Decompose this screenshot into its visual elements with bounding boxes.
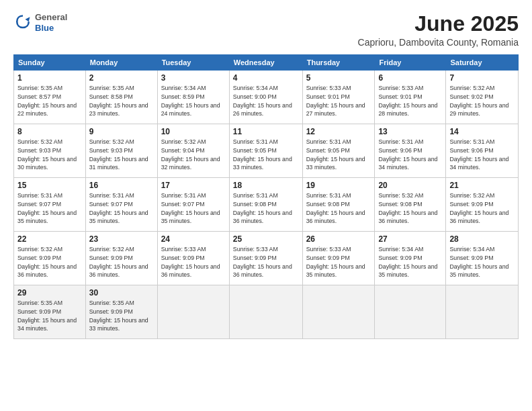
- table-row: 17Sunrise: 5:31 AMSunset: 9:07 PMDayligh…: [157, 178, 229, 232]
- day-number: 2: [89, 73, 154, 83]
- table-row: [446, 285, 519, 339]
- day-number: 12: [306, 127, 371, 136]
- day-detail: Sunrise: 5:35 AMSunset: 9:09 PMDaylight:…: [17, 300, 77, 332]
- day-number: 18: [233, 181, 299, 190]
- table-row: 2Sunrise: 5:35 AMSunset: 8:58 PMDaylight…: [85, 71, 157, 124]
- table-row: 26Sunrise: 5:33 AMSunset: 9:09 PMDayligh…: [302, 232, 375, 285]
- day-number: 11: [233, 127, 299, 136]
- day-detail: Sunrise: 5:32 AMSunset: 9:02 PMDaylight:…: [449, 85, 508, 117]
- table-row: 22Sunrise: 5:32 AMSunset: 9:09 PMDayligh…: [14, 232, 86, 285]
- table-row: 8Sunrise: 5:32 AMSunset: 9:03 PMDaylight…: [14, 124, 86, 178]
- day-detail: Sunrise: 5:34 AMSunset: 9:09 PMDaylight:…: [449, 246, 508, 278]
- day-detail: Sunrise: 5:33 AMSunset: 9:01 PMDaylight:…: [306, 85, 365, 117]
- day-detail: Sunrise: 5:31 AMSunset: 9:05 PMDaylight:…: [233, 138, 292, 171]
- day-number: 20: [378, 181, 442, 190]
- day-number: 4: [233, 73, 299, 83]
- table-row: 19Sunrise: 5:31 AMSunset: 9:08 PMDayligh…: [302, 178, 375, 232]
- day-detail: Sunrise: 5:34 AMSunset: 8:59 PMDaylight:…: [161, 85, 220, 117]
- table-row: 14Sunrise: 5:31 AMSunset: 9:06 PMDayligh…: [446, 124, 519, 178]
- header: General Blue June 2025 Caprioru, Dambovi…: [13, 12, 519, 48]
- day-detail: Sunrise: 5:33 AMSunset: 9:09 PMDaylight:…: [306, 246, 365, 278]
- day-detail: Sunrise: 5:31 AMSunset: 9:06 PMDaylight:…: [378, 138, 437, 171]
- table-row: [157, 285, 229, 339]
- table-row: 29Sunrise: 5:35 AMSunset: 9:09 PMDayligh…: [14, 285, 86, 339]
- table-row: 6Sunrise: 5:33 AMSunset: 9:01 PMDaylight…: [375, 71, 446, 124]
- table-row: 1Sunrise: 5:35 AMSunset: 8:57 PMDaylight…: [14, 71, 86, 124]
- day-detail: Sunrise: 5:33 AMSunset: 9:01 PMDaylight:…: [378, 85, 437, 117]
- table-row: 9Sunrise: 5:32 AMSunset: 9:03 PMDaylight…: [85, 124, 157, 178]
- day-number: 28: [449, 234, 515, 244]
- table-row: 12Sunrise: 5:31 AMSunset: 9:05 PMDayligh…: [302, 124, 375, 178]
- table-row: 10Sunrise: 5:32 AMSunset: 9:04 PMDayligh…: [157, 124, 229, 178]
- day-detail: Sunrise: 5:31 AMSunset: 9:06 PMDaylight:…: [449, 138, 508, 171]
- day-number: 15: [17, 181, 82, 190]
- table-row: 4Sunrise: 5:34 AMSunset: 9:00 PMDaylight…: [229, 71, 302, 124]
- day-detail: Sunrise: 5:31 AMSunset: 9:08 PMDaylight:…: [233, 192, 292, 224]
- day-detail: Sunrise: 5:31 AMSunset: 9:07 PMDaylight:…: [161, 192, 220, 224]
- day-detail: Sunrise: 5:32 AMSunset: 9:04 PMDaylight:…: [161, 138, 220, 171]
- day-number: 23: [89, 234, 154, 244]
- day-number: 29: [17, 288, 82, 298]
- table-row: 3Sunrise: 5:34 AMSunset: 8:59 PMDaylight…: [157, 71, 229, 124]
- header-friday: Friday: [375, 55, 446, 71]
- day-detail: Sunrise: 5:35 AMSunset: 9:09 PMDaylight:…: [89, 300, 148, 332]
- table-row: 15Sunrise: 5:31 AMSunset: 9:07 PMDayligh…: [14, 178, 86, 232]
- calendar-row: 29Sunrise: 5:35 AMSunset: 9:09 PMDayligh…: [14, 285, 519, 339]
- main-title: June 2025: [358, 12, 519, 36]
- day-detail: Sunrise: 5:33 AMSunset: 9:09 PMDaylight:…: [161, 246, 220, 278]
- table-row: 30Sunrise: 5:35 AMSunset: 9:09 PMDayligh…: [85, 285, 157, 339]
- calendar-row: 8Sunrise: 5:32 AMSunset: 9:03 PMDaylight…: [14, 124, 519, 178]
- day-number: 27: [378, 234, 442, 244]
- day-detail: Sunrise: 5:35 AMSunset: 8:58 PMDaylight:…: [89, 85, 148, 117]
- table-row: 24Sunrise: 5:33 AMSunset: 9:09 PMDayligh…: [157, 232, 229, 285]
- day-number: 24: [161, 234, 226, 244]
- day-number: 14: [449, 127, 515, 136]
- day-detail: Sunrise: 5:31 AMSunset: 9:05 PMDaylight:…: [306, 138, 365, 171]
- day-detail: Sunrise: 5:32 AMSunset: 9:09 PMDaylight:…: [449, 192, 508, 224]
- calendar-page: General Blue June 2025 Caprioru, Dambovi…: [0, 0, 532, 411]
- title-area: June 2025 Caprioru, Dambovita County, Ro…: [358, 12, 519, 48]
- table-row: 16Sunrise: 5:31 AMSunset: 9:07 PMDayligh…: [85, 178, 157, 232]
- table-row: 18Sunrise: 5:31 AMSunset: 9:08 PMDayligh…: [229, 178, 302, 232]
- table-row: 21Sunrise: 5:32 AMSunset: 9:09 PMDayligh…: [446, 178, 519, 232]
- calendar-header-row: Sunday Monday Tuesday Wednesday Thursday…: [14, 55, 519, 71]
- day-detail: Sunrise: 5:32 AMSunset: 9:03 PMDaylight:…: [17, 138, 77, 171]
- table-row: 20Sunrise: 5:32 AMSunset: 9:08 PMDayligh…: [375, 178, 446, 232]
- header-sunday: Sunday: [14, 55, 86, 71]
- day-number: 17: [161, 181, 226, 190]
- header-thursday: Thursday: [302, 55, 375, 71]
- logo-icon: [13, 13, 32, 32]
- day-detail: Sunrise: 5:31 AMSunset: 9:07 PMDaylight:…: [17, 192, 77, 224]
- day-detail: Sunrise: 5:34 AMSunset: 9:00 PMDaylight:…: [233, 85, 292, 117]
- header-saturday: Saturday: [446, 55, 519, 71]
- table-row: 5Sunrise: 5:33 AMSunset: 9:01 PMDaylight…: [302, 71, 375, 124]
- day-number: 21: [449, 181, 515, 190]
- calendar-row: 22Sunrise: 5:32 AMSunset: 9:09 PMDayligh…: [14, 232, 519, 285]
- day-number: 6: [378, 73, 442, 83]
- day-number: 3: [161, 73, 226, 83]
- table-row: [229, 285, 302, 339]
- logo-text: General Blue: [35, 12, 67, 33]
- header-tuesday: Tuesday: [157, 55, 229, 71]
- day-detail: Sunrise: 5:32 AMSunset: 9:03 PMDaylight:…: [89, 138, 148, 171]
- calendar-row: 15Sunrise: 5:31 AMSunset: 9:07 PMDayligh…: [14, 178, 519, 232]
- day-detail: Sunrise: 5:34 AMSunset: 9:09 PMDaylight:…: [378, 246, 437, 278]
- day-detail: Sunrise: 5:31 AMSunset: 9:07 PMDaylight:…: [89, 192, 148, 224]
- day-number: 13: [378, 127, 442, 136]
- table-row: [302, 285, 375, 339]
- logo: General Blue: [13, 12, 67, 33]
- day-number: 8: [17, 127, 82, 136]
- day-detail: Sunrise: 5:32 AMSunset: 9:09 PMDaylight:…: [17, 246, 77, 278]
- table-row: 23Sunrise: 5:32 AMSunset: 9:09 PMDayligh…: [85, 232, 157, 285]
- table-row: 7Sunrise: 5:32 AMSunset: 9:02 PMDaylight…: [446, 71, 519, 124]
- day-number: 10: [161, 127, 226, 136]
- table-row: 28Sunrise: 5:34 AMSunset: 9:09 PMDayligh…: [446, 232, 519, 285]
- day-detail: Sunrise: 5:31 AMSunset: 9:08 PMDaylight:…: [306, 192, 365, 224]
- header-monday: Monday: [85, 55, 157, 71]
- day-detail: Sunrise: 5:33 AMSunset: 9:09 PMDaylight:…: [233, 246, 292, 278]
- subtitle: Caprioru, Dambovita County, Romania: [358, 37, 519, 48]
- table-row: 13Sunrise: 5:31 AMSunset: 9:06 PMDayligh…: [375, 124, 446, 178]
- day-number: 16: [89, 181, 154, 190]
- day-number: 1: [17, 73, 82, 83]
- calendar-row: 1Sunrise: 5:35 AMSunset: 8:57 PMDaylight…: [14, 71, 519, 124]
